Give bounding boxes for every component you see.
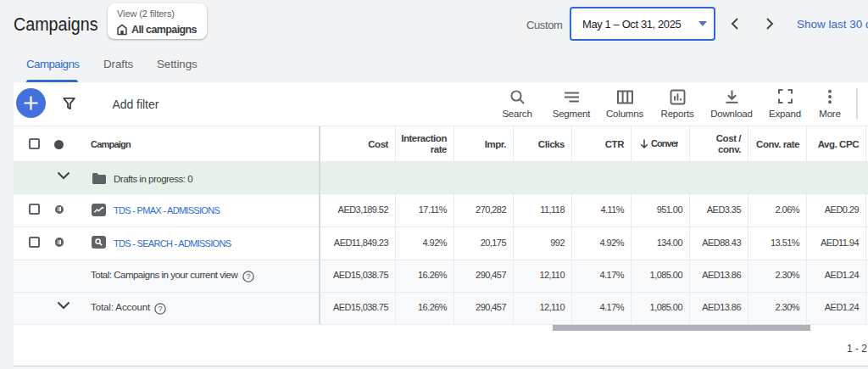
svg-text:?: ? [246, 272, 250, 281]
svg-text:?: ? [158, 305, 162, 313]
